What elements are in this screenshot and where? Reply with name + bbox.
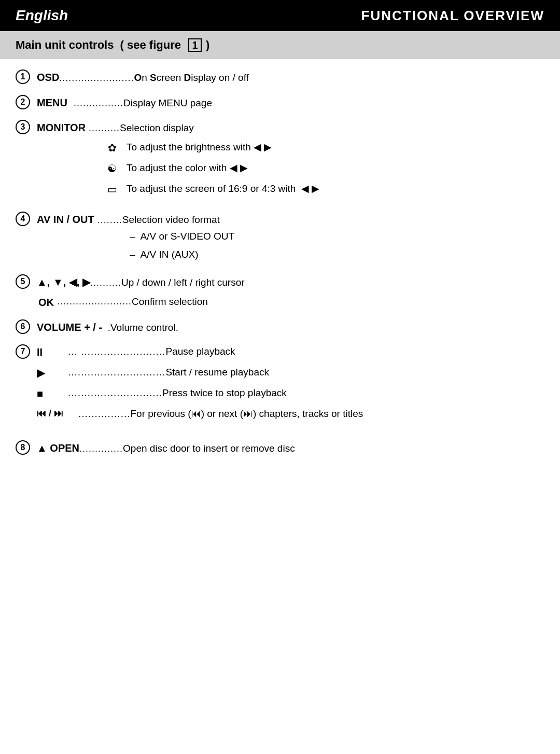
monitor-dots: .......... [86, 123, 120, 133]
av-aux-text: A/V IN (AUX) [141, 247, 199, 262]
av-svideo-text: A/V or S-VIDEO OUT [141, 229, 235, 244]
control-item-arrows: 5 ▲, ▼, ◀, ▶..........Up / down / left /… [16, 274, 544, 310]
av-aux: – A/V IN (AUX) [130, 247, 234, 262]
monitor-brightness: ✿ To adjust the brightness with ◀ ▶ [104, 140, 319, 156]
section-header: Main unit controls ( see figure 1) [0, 31, 560, 59]
section-close-paren: ) [206, 38, 209, 52]
osd-label: OSD [37, 72, 59, 83]
open-label: ▲ OPEN [37, 442, 79, 454]
open-dots: .............. [79, 443, 123, 454]
menu-label: MENU [37, 97, 67, 108]
monitor-screen: ▭ To adjust the screen of 16:9 or 4:3 wi… [104, 181, 319, 197]
content-area: 1 OSD........................On Screen D… [0, 64, 560, 481]
skip-dots: ................ [78, 407, 130, 422]
control-item-volume: 6 VOLUME + / - .Volume control. [16, 319, 544, 336]
figure-box: 1 [188, 38, 202, 52]
ok-desc: Confirm selection [132, 295, 208, 310]
av-sub-items: – A/V or S-VIDEO OUT – A/V IN (AUX) [16, 229, 234, 265]
playback-block: II ... .......................... Pause … [33, 344, 363, 427]
circle-num-5: 5 [16, 274, 30, 289]
skip-desc: For previous (⏮) or next (⏭) chapters, t… [130, 407, 363, 422]
play-symbol: ▶ [37, 365, 68, 381]
circle-num-7: 7 [16, 344, 30, 359]
arrows-label: ▲, ▼, ◀, ▶ [37, 276, 90, 288]
play-dots: .............................. [68, 365, 165, 380]
menu-desc: Display MENU page [123, 97, 212, 108]
monitor-label: MONITOR [37, 122, 86, 133]
arrows-dots: .......... [90, 277, 121, 288]
monitor-desc: Selection display [120, 122, 194, 133]
circle-num-1: 1 [16, 69, 30, 84]
osd-dots: ........................ [59, 73, 134, 83]
av-svideo: – A/V or S-VIDEO OUT [130, 229, 234, 244]
brightness-icon: ✿ [104, 140, 120, 156]
control-item-osd: 1 OSD........................On Screen D… [16, 69, 544, 86]
monitor-color: ☯ To adjust the color with ◀ ▶ [104, 161, 319, 176]
playback-skip: ⏮ / ⏭ ................ For previous (⏮) … [37, 407, 363, 422]
playback-play: ▶ .............................. Start /… [37, 365, 363, 381]
control-item-monitor: 3 MONITOR ..........Selection display ✿ … [16, 120, 544, 202]
volume-desc: .Volume control. [102, 322, 178, 333]
language-label: English [16, 7, 68, 24]
av-dots: ........ [94, 215, 122, 225]
screen-text: To adjust the screen of 16:9 or 4:3 with… [127, 181, 319, 197]
pause-dots: ... .......................... [68, 344, 165, 359]
arrows-desc: Up / down / left / right cursor [121, 277, 245, 288]
control-item-playback: 7 II ... .......................... Paus… [16, 344, 544, 431]
stop-dots: ............................. [68, 386, 162, 401]
osd-desc: On Screen Display on / off [134, 72, 248, 83]
color-text: To adjust the color with ◀ ▶ [127, 161, 248, 176]
circle-num-3: 3 [16, 120, 30, 134]
control-item-av: 4 AV IN / OUT ........Selection video fo… [16, 212, 544, 266]
menu-dots: ................ [67, 98, 123, 108]
color-icon: ☯ [104, 161, 120, 176]
section-see-figure: ( see figure [117, 38, 184, 52]
circle-num-2: 2 [16, 95, 30, 109]
control-item-open: 8 ▲ OPEN..............Open disc door to … [16, 440, 544, 456]
ok-dots: ........................ [57, 295, 132, 309]
ok-label: OK [38, 295, 57, 310]
section-main-unit-label: Main unit controls [16, 38, 114, 52]
ok-row: OK ........................ Confirm sele… [16, 295, 208, 310]
volume-label: VOLUME + / - [37, 322, 102, 333]
brightness-text: To adjust the brightness with ◀ ▶ [127, 140, 272, 155]
playback-stop: ■ ............................. Press tw… [37, 386, 363, 401]
monitor-sub-items: ✿ To adjust the brightness with ◀ ▶ ☯ To… [104, 140, 319, 202]
av-label: AV IN / OUT [37, 214, 94, 225]
stop-symbol: ■ [37, 386, 68, 401]
page-title: FUNCTIONAL OVERVIEW [361, 8, 544, 24]
stop-desc: Press twice to stop playback [162, 386, 287, 401]
screen-icon: ▭ [104, 181, 120, 197]
av-desc: Selection video format [122, 214, 220, 225]
skip-symbol: ⏮ / ⏭ [37, 407, 78, 421]
pause-desc: Pause playback [165, 344, 235, 359]
pause-symbol: II [37, 344, 68, 360]
open-desc: Open disc door to insert or remove disc [123, 443, 295, 454]
control-item-menu: 2 MENU ................Display MENU page [16, 95, 544, 111]
circle-num-6: 6 [16, 319, 30, 334]
circle-num-4: 4 [16, 212, 30, 226]
header-bar: English FUNCTIONAL OVERVIEW [0, 0, 560, 31]
play-desc: Start / resume playback [165, 365, 269, 380]
circle-num-8: 8 [16, 440, 30, 455]
playback-pause: II ... .......................... Pause … [37, 344, 363, 360]
